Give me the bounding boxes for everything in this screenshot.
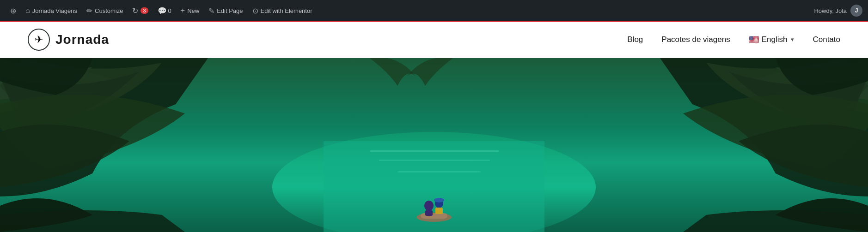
howdy-label: Howdy, Jota (814, 7, 847, 14)
new-item[interactable]: + New (176, 0, 204, 21)
comments-count: 0 (168, 7, 171, 14)
adminbar-left-items: ⊕ ⌂ Jornada Viagens ✏ Customize ↻ 3 💬 0 … (6, 0, 317, 21)
nav-contact[interactable]: Contato (813, 35, 840, 44)
site-header: ✈ Jornada Blog Pacotes de viagens 🇺🇸 Eng… (0, 21, 868, 58)
site-name-label: Jornada Viagens (32, 7, 77, 14)
customize-item[interactable]: ✏ Customize (82, 0, 128, 21)
hero-illustration (0, 58, 868, 232)
nav-packages[interactable]: Pacotes de viagens (661, 35, 730, 44)
hero-section (0, 58, 868, 232)
logo-icon: ✈ (35, 34, 43, 46)
logo-text: Jornada (55, 32, 109, 47)
chevron-down-icon: ▾ (791, 36, 794, 43)
svg-rect-4 (379, 160, 490, 161)
site-logo[interactable]: ✈ Jornada (28, 29, 109, 51)
nav-blog[interactable]: Blog (627, 35, 643, 44)
edit-page-item[interactable]: ✎ Edit Page (204, 0, 247, 21)
edit-icon: ✎ (208, 6, 214, 15)
flag-icon: 🇺🇸 (749, 35, 759, 45)
new-icon: + (181, 6, 185, 15)
svg-rect-5 (397, 171, 481, 173)
comments-item[interactable]: 💬 0 (153, 0, 176, 21)
comments-icon: 💬 (158, 6, 167, 15)
updates-item[interactable]: ↻ 3 (128, 0, 153, 21)
new-label: New (187, 7, 199, 14)
site-navigation: Blog Pacotes de viagens 🇺🇸 English ▾ Con… (627, 35, 840, 45)
svg-rect-3 (370, 150, 499, 152)
updates-count: 3 (141, 7, 148, 14)
site-name-item[interactable]: ⌂ Jornada Viagens (21, 0, 82, 21)
edit-page-label: Edit Page (217, 7, 243, 14)
svg-point-8 (424, 201, 434, 211)
svg-rect-9 (425, 210, 433, 216)
customize-label: Customize (95, 7, 123, 14)
language-label: English (762, 35, 788, 44)
user-avatar[interactable]: J (850, 5, 862, 17)
elementor-icon: ⊙ (252, 6, 258, 15)
user-initials: J (855, 7, 858, 14)
wordpress-icon-item[interactable]: ⊕ (6, 0, 21, 21)
edit-elementor-item[interactable]: ⊙ Edit with Elementor (248, 0, 317, 21)
svg-point-11 (434, 198, 444, 202)
svg-rect-12 (435, 208, 443, 214)
svg-rect-7 (421, 213, 447, 219)
customize-icon: ✏ (86, 6, 92, 15)
logo-icon-circle: ✈ (28, 29, 50, 51)
updates-icon: ↻ (132, 6, 138, 15)
adminbar-right-area: Howdy, Jota J (814, 5, 862, 17)
nav-language[interactable]: 🇺🇸 English ▾ (749, 35, 795, 45)
home-icon: ⌂ (25, 6, 30, 15)
admin-bar: ⊕ ⌂ Jornada Viagens ✏ Customize ↻ 3 💬 0 … (0, 0, 868, 21)
edit-elementor-label: Edit with Elementor (261, 7, 312, 14)
wordpress-icon: ⊕ (10, 6, 16, 15)
